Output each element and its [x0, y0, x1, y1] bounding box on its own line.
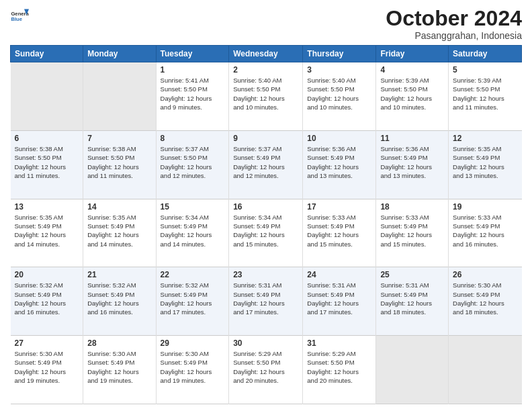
cell-2-5: 10Sunrise: 5:36 AMSunset: 5:49 PMDayligh…: [303, 130, 376, 199]
day-number: 10: [307, 134, 371, 143]
day-number: 28: [87, 338, 151, 348]
day-info: Sunrise: 5:37 AMSunset: 5:49 PMDaylight:…: [233, 144, 298, 180]
cell-5-6: [376, 336, 449, 404]
day-info: Sunrise: 5:38 AMSunset: 5:50 PMDaylight:…: [15, 144, 79, 180]
cell-3-2: 14Sunrise: 5:35 AMSunset: 5:49 PMDayligh…: [83, 199, 156, 267]
day-info: Sunrise: 5:40 AMSunset: 5:50 PMDaylight:…: [307, 76, 371, 111]
day-number: 7: [87, 134, 151, 143]
day-number: 24: [307, 270, 371, 279]
day-info: Sunrise: 5:30 AMSunset: 5:49 PMDaylight:…: [87, 349, 151, 385]
cell-1-1: [11, 62, 83, 131]
day-info: Sunrise: 5:33 AMSunset: 5:49 PMDaylight:…: [453, 213, 517, 248]
day-info: Sunrise: 5:32 AMSunset: 5:49 PMDaylight:…: [87, 281, 151, 316]
day-info: Sunrise: 5:33 AMSunset: 5:49 PMDaylight:…: [380, 213, 444, 248]
day-number: 2: [233, 65, 298, 75]
day-info: Sunrise: 5:30 AMSunset: 5:49 PMDaylight:…: [161, 349, 225, 385]
cell-5-4: 30Sunrise: 5:29 AMSunset: 5:50 PMDayligh…: [229, 336, 303, 404]
cell-1-3: 1Sunrise: 5:41 AMSunset: 5:50 PMDaylight…: [156, 62, 229, 131]
day-number: 26: [453, 270, 517, 279]
day-number: 29: [161, 338, 225, 348]
day-header-thursday: Thursday: [303, 46, 376, 62]
cell-4-5: 24Sunrise: 5:31 AMSunset: 5:49 PMDayligh…: [303, 267, 376, 336]
cell-1-6: 4Sunrise: 5:39 AMSunset: 5:50 PMDaylight…: [376, 62, 449, 131]
day-info: Sunrise: 5:30 AMSunset: 5:49 PMDaylight:…: [453, 281, 517, 316]
day-number: 19: [453, 202, 517, 212]
day-number: 14: [87, 202, 151, 212]
cell-4-6: 25Sunrise: 5:31 AMSunset: 5:49 PMDayligh…: [376, 267, 449, 336]
cell-3-7: 19Sunrise: 5:33 AMSunset: 5:49 PMDayligh…: [449, 199, 522, 267]
cell-3-6: 18Sunrise: 5:33 AMSunset: 5:49 PMDayligh…: [376, 199, 449, 267]
cell-5-7: [449, 336, 522, 404]
cell-5-5: 31Sunrise: 5:29 AMSunset: 5:50 PMDayligh…: [303, 336, 376, 404]
day-info: Sunrise: 5:31 AMSunset: 5:49 PMDaylight:…: [380, 281, 444, 316]
day-info: Sunrise: 5:34 AMSunset: 5:49 PMDaylight:…: [233, 213, 298, 248]
day-number: 6: [15, 134, 79, 143]
cell-5-2: 28Sunrise: 5:30 AMSunset: 5:49 PMDayligh…: [83, 336, 156, 404]
day-info: Sunrise: 5:32 AMSunset: 5:49 PMDaylight:…: [15, 281, 79, 316]
page-subtitle: Pasanggrahan, Indonesia: [386, 30, 522, 41]
day-number: 30: [233, 338, 298, 348]
day-number: 1: [161, 65, 225, 75]
cell-4-1: 20Sunrise: 5:32 AMSunset: 5:49 PMDayligh…: [11, 267, 83, 336]
page-title: October 2024: [386, 7, 522, 30]
cell-2-2: 7Sunrise: 5:38 AMSunset: 5:50 PMDaylight…: [83, 130, 156, 199]
cell-1-5: 3Sunrise: 5:40 AMSunset: 5:50 PMDaylight…: [303, 62, 376, 131]
day-number: 17: [307, 202, 371, 212]
calendar-table: SundayMondayTuesdayWednesdayThursdayFrid…: [10, 45, 522, 404]
generalblue-logo-icon: General Blue: [10, 7, 29, 26]
day-number: 21: [87, 270, 151, 279]
day-info: Sunrise: 5:35 AMSunset: 5:49 PMDaylight:…: [15, 213, 79, 248]
cell-1-2: [83, 62, 156, 131]
cell-2-4: 9Sunrise: 5:37 AMSunset: 5:49 PMDaylight…: [229, 130, 303, 199]
cell-5-3: 29Sunrise: 5:30 AMSunset: 5:49 PMDayligh…: [156, 336, 229, 404]
day-header-friday: Friday: [376, 46, 449, 62]
cell-5-1: 27Sunrise: 5:30 AMSunset: 5:49 PMDayligh…: [11, 336, 83, 404]
cell-2-3: 8Sunrise: 5:37 AMSunset: 5:50 PMDaylight…: [156, 130, 229, 199]
cell-4-3: 22Sunrise: 5:32 AMSunset: 5:49 PMDayligh…: [156, 267, 229, 336]
title-block: October 2024 Pasanggrahan, Indonesia: [386, 7, 522, 41]
day-number: 12: [453, 134, 517, 143]
cell-3-5: 17Sunrise: 5:33 AMSunset: 5:49 PMDayligh…: [303, 199, 376, 267]
day-info: Sunrise: 5:35 AMSunset: 5:49 PMDaylight:…: [87, 213, 151, 248]
week-row-1: 1Sunrise: 5:41 AMSunset: 5:50 PMDaylight…: [11, 62, 522, 131]
cell-3-3: 15Sunrise: 5:34 AMSunset: 5:49 PMDayligh…: [156, 199, 229, 267]
day-number: 8: [161, 134, 225, 143]
day-number: 13: [15, 202, 79, 212]
cell-2-7: 12Sunrise: 5:35 AMSunset: 5:49 PMDayligh…: [449, 130, 522, 199]
day-header-wednesday: Wednesday: [229, 46, 303, 62]
day-info: Sunrise: 5:41 AMSunset: 5:50 PMDaylight:…: [161, 76, 225, 111]
header: General Blue October 2024 Pasanggrahan, …: [10, 7, 522, 41]
cell-4-2: 21Sunrise: 5:32 AMSunset: 5:49 PMDayligh…: [83, 267, 156, 336]
day-header-tuesday: Tuesday: [156, 46, 229, 62]
logo: General Blue: [10, 7, 29, 26]
day-info: Sunrise: 5:33 AMSunset: 5:49 PMDaylight:…: [307, 213, 371, 248]
day-info: Sunrise: 5:39 AMSunset: 5:50 PMDaylight:…: [380, 76, 444, 111]
day-info: Sunrise: 5:36 AMSunset: 5:49 PMDaylight:…: [307, 144, 371, 180]
day-info: Sunrise: 5:29 AMSunset: 5:50 PMDaylight:…: [233, 349, 298, 385]
cell-2-1: 6Sunrise: 5:38 AMSunset: 5:50 PMDaylight…: [11, 130, 83, 199]
day-number: 15: [161, 202, 225, 212]
cell-4-7: 26Sunrise: 5:30 AMSunset: 5:49 PMDayligh…: [449, 267, 522, 336]
cell-2-6: 11Sunrise: 5:36 AMSunset: 5:49 PMDayligh…: [376, 130, 449, 199]
cell-3-1: 13Sunrise: 5:35 AMSunset: 5:49 PMDayligh…: [11, 199, 83, 267]
cell-3-4: 16Sunrise: 5:34 AMSunset: 5:49 PMDayligh…: [229, 199, 303, 267]
week-row-4: 20Sunrise: 5:32 AMSunset: 5:49 PMDayligh…: [11, 267, 522, 336]
day-number: 16: [233, 202, 298, 212]
day-info: Sunrise: 5:38 AMSunset: 5:50 PMDaylight:…: [87, 144, 151, 180]
day-info: Sunrise: 5:35 AMSunset: 5:49 PMDaylight:…: [453, 144, 517, 180]
header-row: SundayMondayTuesdayWednesdayThursdayFrid…: [11, 46, 522, 62]
day-header-saturday: Saturday: [449, 46, 522, 62]
day-info: Sunrise: 5:36 AMSunset: 5:49 PMDaylight:…: [380, 144, 444, 180]
day-number: 22: [161, 270, 225, 279]
day-number: 4: [380, 65, 444, 75]
day-header-sunday: Sunday: [11, 46, 83, 62]
day-number: 31: [307, 338, 371, 348]
day-number: 27: [15, 338, 79, 348]
day-info: Sunrise: 5:34 AMSunset: 5:49 PMDaylight:…: [161, 213, 225, 248]
week-row-3: 13Sunrise: 5:35 AMSunset: 5:49 PMDayligh…: [11, 199, 522, 267]
svg-text:Blue: Blue: [11, 16, 22, 22]
day-number: 11: [380, 134, 444, 143]
day-info: Sunrise: 5:40 AMSunset: 5:50 PMDaylight:…: [233, 76, 298, 111]
day-number: 3: [307, 65, 371, 75]
cell-1-4: 2Sunrise: 5:40 AMSunset: 5:50 PMDaylight…: [229, 62, 303, 131]
